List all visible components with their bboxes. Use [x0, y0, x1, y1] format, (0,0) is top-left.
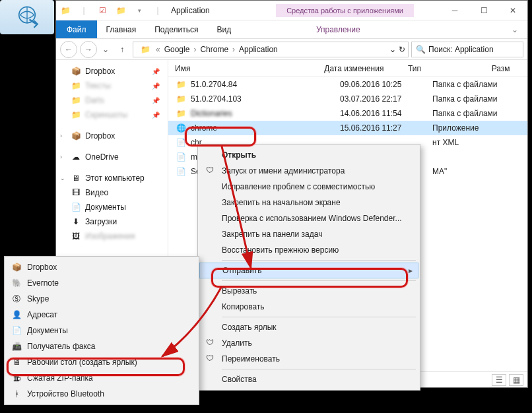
file-date: 15.06.2016 11:27 — [340, 123, 432, 133]
maximize-button[interactable]: ☐ — [469, 1, 498, 20]
breadcrumb-dropdown-icon[interactable]: ⌄ — [389, 45, 396, 54]
sidebar-item[interactable]: 🖼Изображения — [56, 229, 168, 243]
close-button[interactable]: ✕ — [498, 1, 527, 20]
submenu-label: Рабочий стол (создать ярлык) — [27, 358, 137, 367]
taskbar-app-icon[interactable] — [0, 0, 54, 34]
ribbon-tab-share[interactable]: Поделиться — [145, 20, 207, 38]
ribbon-tab-manage[interactable]: Управление — [307, 20, 370, 38]
file-row[interactable]: 📁51.0.2704.10303.07.2016 22:17Папка с фа… — [168, 92, 527, 106]
context-menu-item[interactable]: Свойства — [199, 371, 418, 387]
submenu-item[interactable]: 👤Адресат — [6, 307, 197, 323]
submenu-item[interactable]: ᚼУстройство Bluetooth — [6, 386, 197, 402]
submenu-label: Документы — [27, 326, 68, 335]
search-input[interactable]: 🔍 Поиск: Application — [411, 42, 523, 57]
submenu-item[interactable]: 🗜Сжатая ZIP-папка — [6, 370, 197, 386]
check-icon[interactable]: ☑ — [97, 5, 108, 16]
context-menu-item[interactable]: 🛡Удалить — [199, 335, 418, 351]
context-menu-item[interactable]: Восстановить прежнюю версию — [199, 242, 418, 258]
evernote-icon: 🐘 — [11, 278, 22, 288]
submenu-item[interactable]: 📦Dropbox — [6, 259, 197, 275]
sidebar-item[interactable]: 📁Darts📌 — [56, 93, 168, 108]
file-type: MA" — [432, 167, 525, 176]
details-view-button[interactable]: ☰ — [492, 374, 506, 386]
submenu-item[interactable]: 📠Получатель факса — [6, 338, 197, 354]
up-button[interactable]: ↑ — [114, 42, 130, 57]
col-date[interactable]: Дата изменения — [324, 64, 408, 73]
breadcrumb-sep: « — [154, 45, 162, 54]
context-menu-item[interactable]: Копировать — [199, 299, 418, 315]
submenu-item[interactable]: ⓈSkype — [6, 291, 197, 307]
sidebar-item[interactable]: 📁Тексты📌 — [56, 79, 168, 93]
shield-icon: 🛡 — [206, 338, 216, 348]
sidebar-item[interactable]: 📦Dropbox📌 — [56, 64, 168, 79]
file-type: Папка с файлами — [432, 80, 525, 89]
breadcrumb-seg[interactable]: Application — [236, 45, 281, 54]
forward-button[interactable]: → — [80, 41, 97, 58]
file-row[interactable]: 📁Dictionaries14.06.2016 11:54Папка с фай… — [168, 106, 527, 121]
menu-label: Свойства — [222, 375, 257, 384]
context-menu-item[interactable]: Исправление проблем с совместимостью — [199, 179, 418, 195]
context-menu-item[interactable]: Открыть — [199, 147, 418, 163]
context-menu-item[interactable]: Закрепить на панели задач — [199, 226, 418, 242]
submenu-label: Получатель факса — [27, 342, 96, 351]
chevron-right-icon: › — [192, 45, 197, 54]
sidebar-item[interactable]: ⌄🖥Этот компьютер — [56, 171, 168, 185]
sidebar-label: Изображения — [85, 232, 135, 241]
file-row[interactable]: 📁51.0.2704.8409.06.2016 10:25Папка с фай… — [168, 77, 527, 92]
expand-icon[interactable]: ⌄ — [60, 175, 65, 181]
sidebar-item[interactable]: ⬇Загрузки — [56, 214, 168, 229]
col-name[interactable]: Имя — [175, 64, 324, 73]
file-row[interactable]: 🌐chrome15.06.2016 11:27Приложение — [168, 121, 527, 135]
file-type: нт XML — [432, 138, 525, 147]
sidebar-label: Тексты — [85, 81, 111, 90]
ribbon-tab-view[interactable]: Вид — [207, 20, 240, 38]
sidebar-item[interactable]: 📄Документы — [56, 200, 168, 214]
breadcrumb-seg[interactable]: Google — [162, 45, 193, 54]
refresh-icon[interactable]: ↻ — [399, 45, 405, 54]
sidebar-item[interactable]: ›☁OneDrive — [56, 150, 168, 164]
expand-icon[interactable]: › — [60, 133, 62, 139]
submenu-label: Сжатая ZIP-папка — [27, 373, 93, 383]
file-tab[interactable]: Файл — [56, 20, 97, 38]
sidebar-item[interactable]: 📁Скриншоты📌 — [56, 108, 168, 122]
col-size[interactable]: Разм — [492, 64, 527, 73]
submenu-item[interactable]: 🖥Рабочий стол (создать ярлык) — [6, 354, 197, 370]
breadcrumb[interactable]: 📁 « Google › Chrome › Application ⌄ ↻ — [133, 42, 409, 57]
qat-dropdown-icon[interactable]: ▾ — [134, 5, 145, 16]
submenu-item[interactable]: 🐘Evernote — [6, 275, 197, 291]
context-menu-item[interactable]: 🛡Запуск от имени администратора — [199, 163, 418, 179]
menu-label: Копировать — [222, 302, 265, 311]
context-menu-item[interactable]: Создать ярлык — [199, 319, 418, 335]
menu-label: Проверка с использованием Windows Defend… — [222, 214, 402, 223]
context-menu-item[interactable]: Вырезать — [199, 283, 418, 299]
icons-view-button[interactable]: ▦ — [509, 374, 523, 386]
sidebar-item[interactable]: ›📦Dropbox — [56, 129, 168, 143]
shield-icon: 🛡 — [206, 166, 216, 176]
folder-icon: 📁 — [60, 5, 71, 16]
context-menu-item[interactable]: Проверка с использованием Windows Defend… — [199, 210, 418, 226]
history-dropdown[interactable]: ⌄ — [100, 41, 112, 58]
divider-icon: | — [152, 5, 163, 16]
ribbon-tab-home[interactable]: Главная — [97, 20, 146, 38]
ribbon-expand-icon[interactable]: ⌄ — [502, 20, 527, 38]
sidebar-label: Загрузки — [85, 217, 117, 226]
expand-icon[interactable]: › — [60, 154, 62, 160]
submenu-item[interactable]: 📄Документы — [6, 323, 197, 338]
breadcrumb-seg[interactable]: Chrome — [197, 45, 231, 54]
col-type[interactable]: Тип — [408, 64, 492, 73]
context-menu-item[interactable]: Закрепить на начальном экране — [199, 195, 418, 210]
submenu-label: Dropbox — [27, 263, 57, 272]
submenu-label: Evernote — [27, 278, 59, 288]
column-headers: Имя Дата изменения Тип Разм — [168, 60, 527, 77]
minimize-button[interactable]: ─ — [440, 1, 469, 20]
menu-label: Создать ярлык — [222, 323, 277, 332]
context-menu-item[interactable]: 🛡Переименовать — [199, 351, 418, 367]
file-name: chrome — [191, 123, 340, 133]
onedrive-icon: ☁ — [71, 152, 81, 162]
context-menu-item[interactable]: Отправить▸ — [199, 263, 418, 278]
menu-label: Исправление проблем с совместимостью — [222, 182, 375, 191]
img-icon: 🖼 — [71, 231, 81, 241]
file-name: 51.0.2704.103 — [191, 94, 340, 104]
back-button[interactable]: ← — [60, 41, 77, 58]
sidebar-item[interactable]: 🎞Видео — [56, 185, 168, 200]
